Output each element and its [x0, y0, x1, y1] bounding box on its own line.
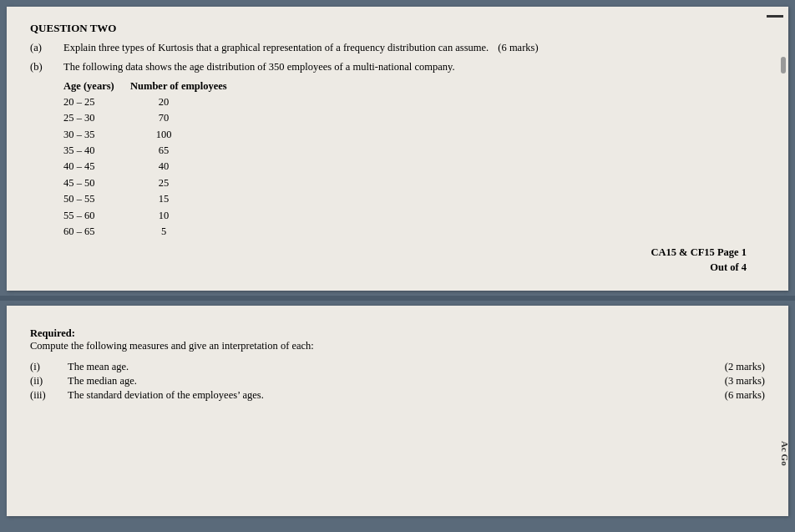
- top-right-dash: [767, 15, 783, 18]
- data-table: Age (years) Number of employees 20 – 252…: [63, 79, 227, 241]
- required-label-text: Required:: [30, 327, 75, 339]
- page-top: QUESTION TWO (a) Explain three types of …: [7, 7, 788, 291]
- footer-line1: CA15 & CF15 Page 1: [651, 245, 747, 261]
- sub-marks: (3 marks): [725, 375, 765, 388]
- part-a-marks: (6 marks): [498, 42, 538, 53]
- part-b-label: (b): [30, 59, 63, 75]
- table-row: 25 – 3070: [63, 110, 227, 126]
- part-b-text: The following data shows the age distrib…: [63, 59, 765, 75]
- data-table-wrapper: Age (years) Number of employees 20 – 252…: [63, 79, 765, 241]
- employees-cell: 100: [130, 127, 197, 143]
- age-cell: 35 – 40: [63, 143, 130, 159]
- sub-question-i: (i) The mean age. (2 marks): [30, 361, 765, 373]
- sub-text: The standard deviation of the employees’…: [68, 389, 765, 402]
- table-header-row: Age (years) Number of employees: [63, 79, 227, 94]
- employees-cell: 70: [130, 110, 197, 126]
- required-section: Required: Compute the following measures…: [30, 327, 765, 352]
- sub-label: (iii): [30, 389, 68, 402]
- age-cell: 50 – 55: [63, 191, 130, 207]
- part-a-label: (a): [30, 40, 63, 56]
- part-a-body: Explain three types of Kurtosis that a g…: [63, 42, 489, 53]
- table-row: 60 – 655: [63, 224, 227, 240]
- side-labels: Ac Go: [780, 441, 790, 466]
- age-cell: 60 – 65: [63, 224, 130, 240]
- age-cell: 45 – 50: [63, 175, 130, 191]
- employees-cell: 65: [130, 143, 197, 159]
- age-cell: 40 – 45: [63, 159, 130, 175]
- table-row: 35 – 4065: [63, 143, 227, 159]
- employees-cell: 20: [130, 94, 197, 110]
- table-row: 45 – 5025: [63, 175, 227, 191]
- table-row: 40 – 4540: [63, 159, 227, 175]
- sub-text: The median age.: [68, 375, 765, 388]
- age-cell: 20 – 25: [63, 94, 130, 110]
- required-body: Compute the following measures and give …: [30, 340, 765, 352]
- required-label: Required:: [30, 327, 765, 340]
- table-row: 55 – 6010: [63, 208, 227, 224]
- table-row: 50 – 5515: [63, 191, 227, 207]
- sub-marks: (6 marks): [725, 389, 765, 402]
- employees-cell: 40: [130, 159, 197, 175]
- sub-question-ii: (ii) The median age. (3 marks): [30, 375, 765, 388]
- table-body: 20 – 252025 – 307030 – 3510035 – 406540 …: [63, 94, 227, 240]
- employees-cell: 15: [130, 191, 197, 207]
- part-b: (b) The following data shows the age dis…: [30, 59, 765, 75]
- part-a: (a) Explain three types of Kurtosis that…: [30, 40, 765, 56]
- col-employees-header: Number of employees: [130, 79, 227, 94]
- employees-cell: 5: [130, 224, 197, 240]
- col-age-header: Age (years): [63, 79, 130, 94]
- employees-cell: 10: [130, 208, 197, 224]
- part-a-text: Explain three types of Kurtosis that a g…: [63, 40, 765, 56]
- question-heading: QUESTION TWO: [30, 22, 765, 35]
- age-cell: 55 – 60: [63, 208, 130, 224]
- employees-cell: 25: [130, 175, 197, 191]
- page-bottom: Required: Compute the following measures…: [7, 306, 788, 516]
- footer-line2: Out of 4: [651, 260, 747, 276]
- table-row: 20 – 2520: [63, 94, 227, 110]
- sub-marks: (2 marks): [725, 361, 765, 373]
- sub-label: (ii): [30, 375, 68, 388]
- age-cell: 30 – 35: [63, 127, 130, 143]
- age-cell: 25 – 30: [63, 110, 130, 126]
- sub-question-iii: (iii) The standard deviation of the empl…: [30, 389, 765, 402]
- page-footer-note: CA15 & CF15 Page 1 Out of 4: [651, 245, 747, 276]
- table-row: 30 – 35100: [63, 127, 227, 143]
- scrollbar-indicator[interactable]: [781, 57, 786, 73]
- sub-questions-container: (i) The mean age. (2 marks) (ii) The med…: [30, 361, 765, 403]
- sub-label: (i): [30, 361, 68, 373]
- separator-bar: [0, 296, 795, 301]
- sub-text: The mean age.: [68, 361, 765, 373]
